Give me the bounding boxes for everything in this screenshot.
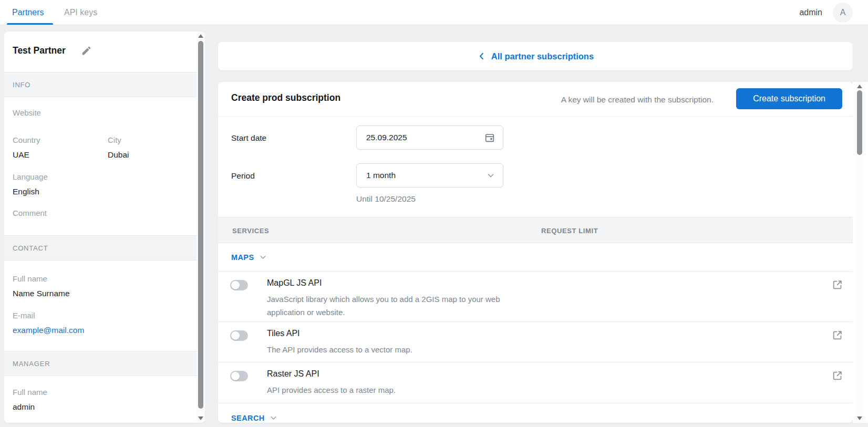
- group-maps-link[interactable]: MAPS: [231, 253, 254, 262]
- external-link-icon[interactable]: [832, 329, 843, 341]
- request-limit-column-header: REQUEST LIMIT: [541, 217, 598, 244]
- main-scrollbar[interactable]: [855, 82, 864, 423]
- until-text: Until 10/25/2025: [356, 194, 416, 204]
- sidebar-scrollbar[interactable]: [197, 32, 205, 423]
- external-link-icon[interactable]: [832, 370, 843, 381]
- group-maps: MAPS: [218, 243, 853, 272]
- scroll-down-icon[interactable]: [198, 416, 203, 420]
- service-toggle[interactable]: [230, 371, 248, 381]
- language-label: Language: [13, 172, 48, 181]
- partner-panel: Test Partner INFO Website Country UAE Ci…: [4, 32, 205, 423]
- city-label: City: [108, 136, 121, 144]
- email-label: E-mail: [13, 311, 35, 320]
- chevron-left-icon: [477, 51, 487, 61]
- user-name: admin: [799, 0, 822, 25]
- group-search-link[interactable]: SEARCH: [231, 414, 265, 422]
- all-partner-subscriptions-link[interactable]: All partner subscriptions: [477, 51, 594, 61]
- service-description: JavaScript library which allows you to a…: [267, 293, 514, 319]
- section-header-info: INFO: [4, 72, 197, 97]
- create-subscription-button[interactable]: Create subscription: [736, 88, 842, 109]
- top-navigation: Partners API keys admin A: [0, 0, 868, 25]
- tab-partners-label: Partners: [12, 8, 44, 17]
- contact-fullname-value: Name Surname: [13, 289, 70, 298]
- country-value: UAE: [13, 150, 29, 160]
- comment-label: Comment: [13, 209, 47, 217]
- subscriptions-back-card: All partner subscriptions: [218, 42, 853, 70]
- back-link-label: All partner subscriptions: [491, 51, 594, 61]
- manager-fullname-value: admin: [13, 402, 35, 412]
- toggle-knob: [231, 331, 240, 340]
- country-label: Country: [13, 136, 40, 144]
- edit-icon[interactable]: [81, 45, 92, 56]
- city-value: Dubai: [108, 150, 129, 160]
- language-value: English: [13, 187, 39, 196]
- services-table-header: SERVICES REQUEST LIMIT: [218, 217, 853, 243]
- tab-api-keys-label: API keys: [64, 8, 97, 17]
- website-label: Website: [13, 108, 41, 117]
- manager-fullname-label: Full name: [13, 388, 47, 397]
- start-date-input[interactable]: 25.09.2025: [356, 126, 503, 150]
- contact-fullname-label: Full name: [13, 274, 47, 283]
- service-description: API provides access to a raster map.: [267, 383, 396, 397]
- avatar[interactable]: A: [833, 3, 853, 23]
- period-label: Period: [231, 171, 255, 181]
- period-select[interactable]: 1 month: [356, 163, 503, 188]
- service-title: Raster JS API: [267, 369, 319, 379]
- chevron-down-icon[interactable]: [269, 413, 278, 422]
- tab-partners[interactable]: Partners: [12, 0, 44, 25]
- panel-title: Create prod subscription: [231, 92, 340, 103]
- sidebar-scrollbar-thumb[interactable]: [198, 41, 203, 409]
- scroll-down-icon[interactable]: [857, 416, 862, 420]
- active-tab-indicator: [7, 23, 53, 25]
- service-title: Tiles API: [267, 329, 300, 338]
- group-search: SEARCH: [218, 403, 853, 423]
- service-toggle[interactable]: [230, 330, 248, 341]
- service-row-tiles: Tiles API The API provides access to a v…: [218, 322, 853, 362]
- key-note: A key will be created with the subscript…: [561, 95, 714, 105]
- create-subscription-panel: Create prod subscription A key will be c…: [218, 82, 853, 423]
- period-value: 1 month: [366, 171, 486, 180]
- services-column-header: SERVICES: [232, 217, 269, 244]
- external-link-icon[interactable]: [832, 279, 843, 290]
- service-row-mapgl: MapGL JS API JavaScript library which al…: [218, 272, 853, 322]
- chevron-down-icon[interactable]: [259, 253, 267, 262]
- start-date-value: 25.09.2025: [366, 133, 484, 142]
- start-date-label: Start date: [231, 133, 266, 143]
- email-link[interactable]: example@mail.com: [13, 326, 84, 335]
- service-row-raster: Raster JS API API provides access to a r…: [218, 362, 853, 403]
- scroll-up-icon[interactable]: [857, 85, 862, 88]
- service-title: MapGL JS API: [267, 278, 322, 288]
- section-header-manager: MANAGER: [4, 351, 197, 376]
- toggle-knob: [231, 281, 240, 289]
- tab-api-keys[interactable]: API keys: [64, 0, 97, 25]
- main-scrollbar-thumb[interactable]: [857, 90, 862, 155]
- calendar-icon[interactable]: [484, 132, 495, 143]
- service-description: The API provides access to a vector map.: [267, 343, 412, 356]
- toggle-knob: [231, 372, 240, 380]
- section-header-contact: CONTACT: [4, 235, 197, 261]
- service-toggle[interactable]: [230, 280, 248, 290]
- chevron-down-icon: [486, 171, 495, 180]
- app-window: Partners API keys admin A Test Partner I…: [0, 0, 868, 427]
- partner-name: Test Partner: [13, 45, 66, 56]
- divider: [218, 116, 853, 117]
- scroll-up-icon[interactable]: [198, 34, 203, 38]
